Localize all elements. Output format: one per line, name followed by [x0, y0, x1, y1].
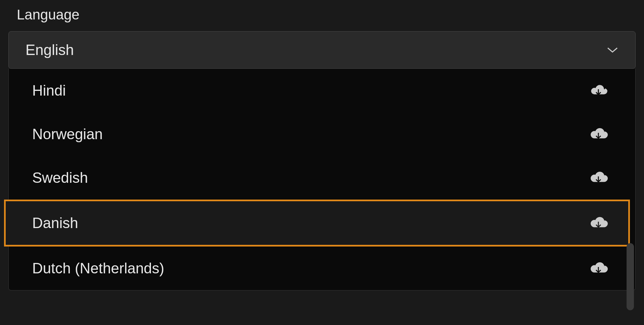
dropdown-selected-text: English	[25, 42, 74, 58]
chevron-down-icon	[606, 44, 619, 56]
cloud-download-icon[interactable]	[588, 127, 608, 141]
cloud-download-icon[interactable]	[588, 171, 608, 185]
dropdown-item-danish[interactable]: Danish	[4, 200, 630, 247]
dropdown-item-hindi[interactable]: Hindi	[9, 69, 625, 112]
cloud-download-icon[interactable]	[588, 261, 608, 275]
language-dropdown-list: Hindi Norwegian Swedish Danish Dutch (Ne	[8, 69, 636, 290]
dropdown-item-label: Norwegian	[32, 126, 103, 143]
dropdown-item-label: Danish	[32, 215, 78, 231]
language-dropdown-selected[interactable]: English	[8, 31, 636, 69]
scrollbar-thumb[interactable]	[627, 243, 634, 310]
dropdown-item-norwegian[interactable]: Norwegian	[9, 112, 625, 156]
dropdown-item-swedish[interactable]: Swedish	[9, 156, 625, 200]
dropdown-item-label: Dutch (Netherlands)	[32, 260, 164, 277]
dropdown-item-label: Hindi	[32, 82, 66, 99]
cloud-download-icon[interactable]	[588, 216, 608, 230]
dropdown-item-dutch[interactable]: Dutch (Netherlands)	[9, 247, 625, 290]
language-dropdown: English Hindi Norwegian Swedish Danish	[8, 31, 636, 290]
dropdown-item-label: Swedish	[32, 169, 88, 186]
cloud-download-icon[interactable]	[588, 84, 608, 98]
language-section-label: Language	[8, 7, 636, 23]
